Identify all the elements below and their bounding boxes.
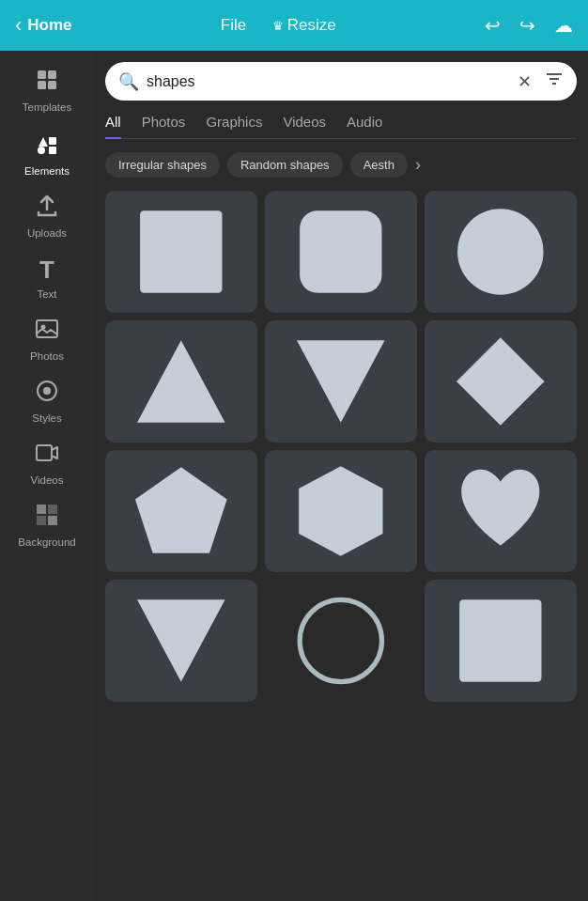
suggestion-chips: Irregular shapes Random shapes Aesth › — [105, 152, 577, 178]
background-icon — [35, 503, 59, 533]
tab-graphics[interactable]: Graphics — [206, 114, 262, 139]
shape-triangle-down[interactable] — [265, 320, 417, 443]
svg-marker-26 — [299, 466, 382, 556]
shapes-grid — [105, 191, 577, 711]
svg-rect-14 — [37, 516, 46, 525]
svg-rect-20 — [300, 210, 381, 292]
sidebar-item-photos[interactable]: Photos — [0, 307, 94, 369]
file-nav-item[interactable]: File — [221, 16, 246, 35]
shape-diamond[interactable] — [425, 320, 577, 443]
home-button[interactable]: ‹ Home — [15, 13, 72, 38]
text-icon: T — [39, 256, 54, 285]
shape-triangle-down-2[interactable] — [105, 580, 257, 702]
shape-hexagon[interactable] — [265, 450, 417, 572]
content-area: 🔍 ✕ All Photos Graphics Videos Audio Irr… — [94, 51, 588, 901]
search-icon: 🔍 — [118, 71, 139, 92]
svg-marker-22 — [137, 340, 225, 422]
cloud-icon[interactable]: ☁ — [554, 14, 573, 37]
chip-random-shapes[interactable]: Random shapes — [227, 152, 343, 178]
chip-irregular-shapes[interactable]: Irregular shapes — [105, 152, 220, 178]
sidebar-item-videos[interactable]: Videos — [0, 431, 94, 493]
back-arrow-icon: ‹ — [15, 13, 22, 38]
search-bar: 🔍 ✕ — [105, 62, 577, 101]
chip-aesthetic[interactable]: Aesth — [350, 152, 408, 178]
topbar-nav: File Resize — [221, 16, 336, 35]
shape-square-2[interactable] — [425, 580, 577, 702]
undo-icon[interactable]: ↩ — [485, 14, 501, 37]
svg-rect-15 — [48, 516, 57, 525]
sidebar-item-uploads[interactable]: Uploads — [0, 184, 94, 246]
shape-circle[interactable] — [425, 191, 577, 313]
styles-icon — [35, 379, 59, 409]
sidebar-item-label: Uploads — [27, 227, 67, 239]
shape-pentagon[interactable] — [105, 450, 257, 572]
elements-icon — [34, 130, 60, 162]
shape-circle-outline[interactable] — [265, 580, 417, 702]
tab-all[interactable]: All — [105, 114, 121, 139]
svg-point-10 — [43, 387, 51, 395]
uploads-icon — [35, 194, 59, 224]
search-input[interactable] — [147, 73, 510, 90]
svg-rect-6 — [49, 147, 56, 154]
svg-marker-27 — [137, 599, 225, 681]
shape-triangle-up[interactable] — [105, 320, 257, 443]
clear-search-icon[interactable]: ✕ — [518, 71, 532, 92]
tab-videos[interactable]: Videos — [283, 114, 326, 139]
tab-photos[interactable]: Photos — [142, 114, 186, 139]
topbar: ‹ Home File Resize ↩ ↪ ☁ — [0, 0, 588, 51]
home-label: Home — [27, 16, 71, 35]
templates-icon — [35, 68, 59, 98]
svg-rect-11 — [37, 445, 52, 460]
sidebar-item-label: Photos — [30, 350, 64, 362]
svg-marker-25 — [135, 467, 227, 553]
sidebar-item-label: Videos — [31, 474, 64, 486]
sidebar-item-elements[interactable]: Elements — [0, 120, 94, 184]
shape-heart[interactable] — [425, 450, 577, 572]
svg-rect-29 — [459, 599, 541, 681]
svg-point-28 — [300, 599, 381, 681]
shape-square[interactable] — [105, 191, 257, 313]
svg-marker-24 — [456, 337, 545, 426]
shape-rounded-square[interactable] — [265, 191, 417, 313]
photos-icon — [35, 317, 59, 347]
resize-nav-item[interactable]: Resize — [272, 16, 336, 35]
main-layout: Templates Elements Uploads — [0, 51, 588, 901]
svg-rect-0 — [38, 70, 46, 79]
redo-icon[interactable]: ↪ — [519, 14, 535, 37]
sidebar: Templates Elements Uploads — [0, 51, 94, 901]
chips-more-icon[interactable]: › — [415, 155, 421, 175]
tab-audio[interactable]: Audio — [347, 114, 382, 139]
sidebar-item-templates[interactable]: Templates — [0, 58, 94, 120]
sidebar-item-label: Background — [18, 536, 75, 548]
sidebar-item-label: Templates — [23, 101, 71, 113]
svg-rect-1 — [48, 70, 56, 79]
sidebar-item-text[interactable]: T Text — [0, 246, 94, 307]
svg-rect-13 — [48, 505, 57, 514]
filter-icon[interactable] — [545, 70, 564, 93]
sidebar-item-label: Text — [37, 288, 56, 300]
svg-point-21 — [457, 209, 544, 295]
svg-rect-12 — [37, 505, 46, 514]
svg-rect-4 — [49, 137, 56, 145]
svg-rect-3 — [48, 81, 56, 89]
svg-marker-23 — [297, 340, 385, 422]
svg-rect-19 — [140, 210, 222, 292]
svg-rect-2 — [38, 81, 46, 89]
filter-tabs: All Photos Graphics Videos Audio — [105, 114, 577, 139]
videos-icon — [35, 441, 59, 471]
svg-point-5 — [38, 147, 45, 154]
sidebar-item-background[interactable]: Background — [0, 493, 94, 555]
sidebar-item-label: Styles — [32, 412, 61, 424]
sidebar-item-styles[interactable]: Styles — [0, 369, 94, 431]
topbar-actions: ↩ ↪ ☁ — [485, 14, 573, 37]
sidebar-item-label: Elements — [24, 165, 70, 177]
svg-rect-7 — [37, 320, 57, 337]
